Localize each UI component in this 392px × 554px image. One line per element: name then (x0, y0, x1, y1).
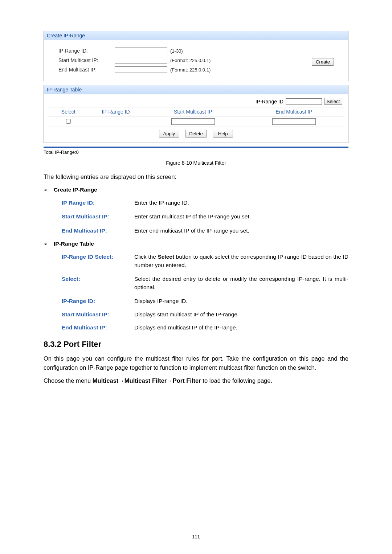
hint-end-ip: (Format: 225.0.0.1) (170, 67, 211, 73)
input-end-ip[interactable] (115, 66, 167, 73)
filter-row: IP-Range ID Select (48, 97, 344, 106)
help-button[interactable]: Help (213, 130, 233, 138)
form-row-start-ip: Start Multicast IP: (Format: 225.0.0.1) (58, 57, 341, 63)
def-select: Select: Select the desired entry to dele… (62, 275, 348, 291)
def-iprange-id-select: IP-Range ID Select: Click the Select but… (62, 253, 348, 269)
label-start-ip: Start Multicast IP: (58, 57, 115, 63)
table-row (48, 116, 344, 127)
figure-caption: Figure 8-10 Multicast Filter (44, 160, 348, 166)
form-row-iprange-id: IP-Range ID: (1-30) (58, 48, 341, 54)
table-panel-header: IP-Range Table (44, 85, 348, 94)
row-start-ip-input[interactable] (171, 118, 215, 125)
page-number: 111 (44, 534, 348, 539)
iprange-table: Select IP-Range ID Start Multicast IP En… (48, 107, 344, 127)
def-desc: Displays end multicast IP of the IP-rang… (134, 324, 348, 332)
iprange-table-panel: IP-Range Table IP-Range ID Select Select… (44, 85, 348, 143)
port-filter-paragraph: On this page you can configure the multi… (44, 354, 348, 372)
def-desc: Select the desired entry to delete or mo… (134, 275, 348, 291)
input-start-ip[interactable] (115, 57, 167, 63)
label-end-ip: End Multicast IP: (58, 67, 115, 73)
create-panel-header: Create IP-Range (44, 31, 348, 40)
create-ip-range-panel: Create IP-Range IP-Range ID: (1-30) Star… (44, 31, 348, 81)
table-actions: Apply Delete Help (48, 127, 344, 138)
def-desc: Click the Select button to quick-select … (134, 253, 348, 269)
def-desc: Displays start multicast IP of the IP-ra… (134, 311, 348, 319)
row-end-ip-input[interactable] (272, 118, 316, 125)
apply-button[interactable]: Apply (159, 130, 179, 138)
col-select: Select (48, 107, 89, 116)
hint-iprange-id: (1-30) (170, 48, 183, 54)
filter-select-button[interactable]: Select (324, 98, 342, 105)
hint-start-ip: (Format: 225.0.0.1) (170, 58, 211, 63)
def-start-multicast-ip: Start Multicast IP: Enter start multicas… (62, 213, 348, 221)
col-iprange-id: IP-Range ID (89, 107, 143, 116)
def-iprange-id: IP-Range ID: Displays IP-range ID. (62, 297, 348, 305)
label-iprange-id: IP-Range ID: (58, 48, 115, 54)
def-desc: Enter the IP-range ID. (134, 199, 348, 207)
bullet-label-table: IP-Range Table (54, 241, 94, 247)
intro-text: The following entries are displayed on t… (44, 172, 348, 181)
def-desc: Enter end multicast IP of the IP-range y… (134, 227, 348, 235)
def-term: IP-Range ID Select: (62, 253, 134, 269)
def-term: IP-Range ID: (62, 297, 134, 305)
menu-path-text: Choose the menu Multicast→Multicast Filt… (44, 377, 348, 384)
def-ip-range-id: IP Range ID: Enter the IP-range ID. (62, 199, 348, 207)
total-ip-range-text: Total IP-Range:0 (44, 147, 348, 155)
col-start-ip: Start Multicast IP (143, 107, 244, 116)
bullet-marker-icon: ➢ (44, 241, 54, 247)
filter-label: IP-Range ID (256, 99, 283, 104)
def-end-multicast-ip: End Multicast IP: Enter end multicast IP… (62, 227, 348, 235)
def-term: Start Multicast IP: (62, 311, 134, 319)
bullet-create-ip-range: ➢ Create IP-Range (44, 186, 348, 193)
bullet-label-create: Create IP-Range (54, 186, 97, 193)
def-desc: Enter start multicast IP of the IP-range… (134, 213, 348, 221)
form-row-end-ip: End Multicast IP: (Format: 225.0.0.1) (58, 66, 341, 73)
bullet-ip-range-table: ➢ IP-Range Table (44, 241, 348, 247)
create-button[interactable]: Create (312, 58, 334, 66)
filter-input-iprange-id[interactable] (286, 98, 322, 105)
def-desc: Displays IP-range ID. (134, 297, 348, 305)
delete-button[interactable]: Delete (185, 130, 207, 138)
col-end-ip: End Multicast IP (244, 107, 344, 116)
section-heading-port-filter: 8.3.2 Port Filter (44, 340, 348, 349)
def-end-multicast-ip-table: End Multicast IP: Displays end multicast… (62, 324, 348, 332)
bullet-marker-icon: ➢ (44, 187, 54, 193)
def-term: End Multicast IP: (62, 324, 134, 332)
input-iprange-id[interactable] (115, 48, 167, 54)
def-term: End Multicast IP: (62, 227, 134, 235)
def-term: Select: (62, 275, 134, 291)
def-term: IP Range ID: (62, 199, 134, 207)
def-term: Start Multicast IP: (62, 213, 134, 221)
def-start-multicast-ip-table: Start Multicast IP: Displays start multi… (62, 311, 348, 319)
row-select-checkbox[interactable] (66, 119, 71, 124)
